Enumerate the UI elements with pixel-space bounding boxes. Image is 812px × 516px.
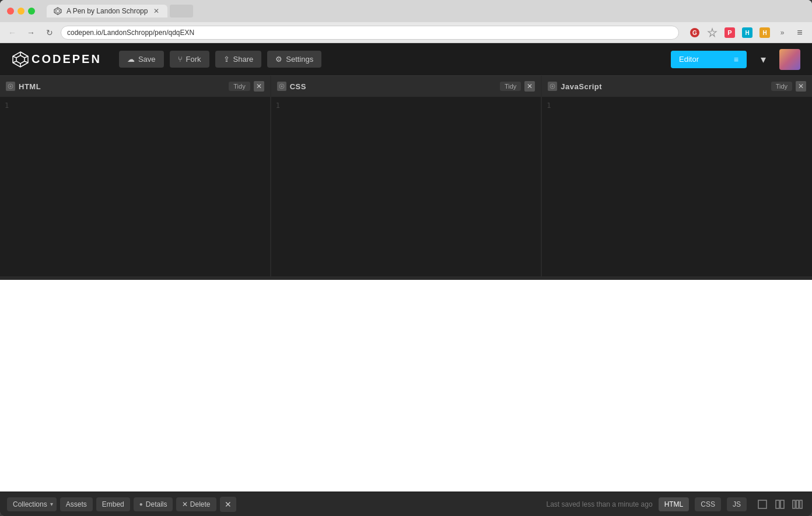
css-settings-icon[interactable] [277, 82, 286, 91]
js-panel-title: JavaScript [561, 82, 767, 91]
settings-gear-icon: ⚙ [275, 55, 282, 64]
svg-text:H: H [745, 30, 749, 36]
fork-button[interactable]: ⑂ Fork [170, 51, 209, 68]
address-bar[interactable]: codepen.io/LandonSchropp/pen/qdqEXN [61, 26, 679, 40]
html-panel-body[interactable]: 1 [0, 97, 270, 276]
collections-label: Collections [13, 500, 47, 508]
svg-rect-34 [793, 500, 795, 508]
extension-teal-icon[interactable]: H [740, 25, 755, 40]
editor-label: Editor [679, 55, 699, 64]
js-close-button[interactable]: ✕ [796, 81, 806, 92]
new-tab-button[interactable] [170, 5, 193, 17]
svg-line-24 [24, 61, 28, 63]
css-panel-body[interactable]: 1 [271, 97, 541, 276]
layout-split-icon[interactable] [772, 497, 788, 512]
save-label: Save [138, 55, 156, 64]
svg-point-30 [552, 86, 554, 87]
tab-close-button[interactable]: ✕ [152, 7, 160, 15]
details-button[interactable]: ● Details [134, 497, 173, 511]
more-button[interactable]: ✕ [220, 497, 236, 512]
html-tidy-button[interactable]: Tidy [229, 82, 250, 91]
menu-icon[interactable]: ≡ [792, 25, 807, 40]
svg-rect-36 [800, 500, 802, 508]
layout-single-icon[interactable] [755, 497, 770, 512]
js-lang-button[interactable]: JS [727, 497, 747, 511]
view-chevron-button[interactable]: ▾ [752, 49, 774, 70]
embed-button[interactable]: Embed [96, 497, 130, 511]
settings-label: Settings [286, 55, 313, 64]
js-panel-body[interactable]: 1 [542, 97, 812, 276]
details-dot-icon: ● [139, 501, 143, 507]
css-panel: CSS Tidy ✕ 1 [271, 76, 542, 276]
svg-point-26 [10, 86, 12, 87]
svg-rect-33 [780, 500, 784, 508]
tab-title: A Pen by Landon Schropp [66, 7, 148, 15]
extension-icon-red[interactable]: G [687, 25, 702, 40]
svg-marker-1 [56, 9, 60, 13]
html-line-1: 1 [5, 101, 9, 110]
save-status: Last saved less than a minute ago [547, 500, 653, 508]
html-panel-title: HTML [19, 82, 225, 91]
js-panel-header: JavaScript Tidy ✕ [542, 76, 812, 97]
embed-label: Embed [102, 500, 124, 508]
js-line-1: 1 [547, 101, 551, 110]
logo-text: CODEPEN [32, 52, 102, 66]
svg-line-22 [24, 56, 28, 58]
settings-button[interactable]: ⚙ Settings [267, 51, 321, 68]
share-icon: ⇪ [223, 55, 230, 64]
active-tab[interactable]: A Pen by Landon Schropp ✕ [47, 5, 167, 17]
js-panel: JavaScript Tidy ✕ 1 [542, 76, 812, 276]
share-button[interactable]: ⇪ Share [215, 51, 262, 68]
assets-button[interactable]: Assets [60, 497, 93, 511]
nav-icons-right: G P H H » ≡ [687, 25, 807, 40]
codepen-logo: CODEPEN [12, 51, 102, 68]
extension-orange-icon[interactable]: H [757, 25, 772, 40]
svg-point-28 [281, 86, 282, 87]
user-avatar[interactable] [779, 49, 800, 70]
editor-button[interactable]: Editor ≡ [671, 51, 747, 68]
html-settings-icon[interactable] [6, 82, 15, 91]
css-line-1: 1 [276, 101, 280, 110]
delete-button[interactable]: ✕ Delete [176, 497, 216, 511]
svg-text:G: G [692, 30, 697, 36]
svg-marker-18 [16, 55, 24, 64]
minimize-button[interactable] [18, 8, 24, 15]
avatar-image [779, 49, 800, 70]
fork-icon: ⑂ [178, 55, 183, 64]
details-label: Details [146, 500, 167, 508]
save-button[interactable]: ☁ Save [119, 51, 164, 68]
more-extensions-icon[interactable]: » [775, 25, 790, 40]
css-lang-button[interactable]: CSS [695, 497, 721, 511]
preview-frame [0, 280, 812, 492]
bookmark-star-icon[interactable] [705, 25, 720, 40]
delete-label: ✕ Delete [182, 500, 210, 508]
editor-menu-icon: ≡ [734, 55, 738, 64]
html-lang-button[interactable]: HTML [659, 497, 690, 511]
js-settings-icon[interactable] [548, 82, 557, 91]
bottom-bar: Collections ▾ Assets Embed ● Details ✕ D… [0, 492, 812, 516]
collections-arrow-icon: ▾ [50, 501, 53, 507]
maximize-button[interactable] [28, 8, 35, 15]
forward-button[interactable]: → [23, 25, 38, 40]
view-layout-icons [755, 497, 805, 512]
svg-text:P: P [727, 29, 732, 36]
tab-bar: A Pen by Landon Schropp ✕ [47, 5, 805, 17]
js-tidy-button[interactable]: Tidy [771, 82, 792, 91]
close-button[interactable] [7, 8, 14, 15]
collections-button[interactable]: Collections ▾ [7, 497, 57, 511]
save-cloud-icon: ☁ [127, 55, 135, 64]
layout-thirds-icon[interactable] [790, 497, 805, 512]
pocket-icon[interactable]: P [722, 25, 737, 40]
reload-button[interactable]: ↻ [42, 25, 57, 40]
svg-line-23 [13, 61, 16, 63]
fork-label: Fork [186, 55, 201, 64]
svg-text:H: H [762, 30, 766, 36]
svg-rect-35 [796, 500, 799, 508]
css-close-button[interactable]: ✕ [524, 81, 535, 92]
css-panel-title: CSS [290, 82, 496, 91]
css-tidy-button[interactable]: Tidy [500, 82, 521, 91]
codepen-favicon [54, 7, 62, 15]
svg-rect-31 [758, 500, 766, 508]
html-close-button[interactable]: ✕ [254, 81, 264, 92]
back-button[interactable]: ← [5, 25, 20, 40]
